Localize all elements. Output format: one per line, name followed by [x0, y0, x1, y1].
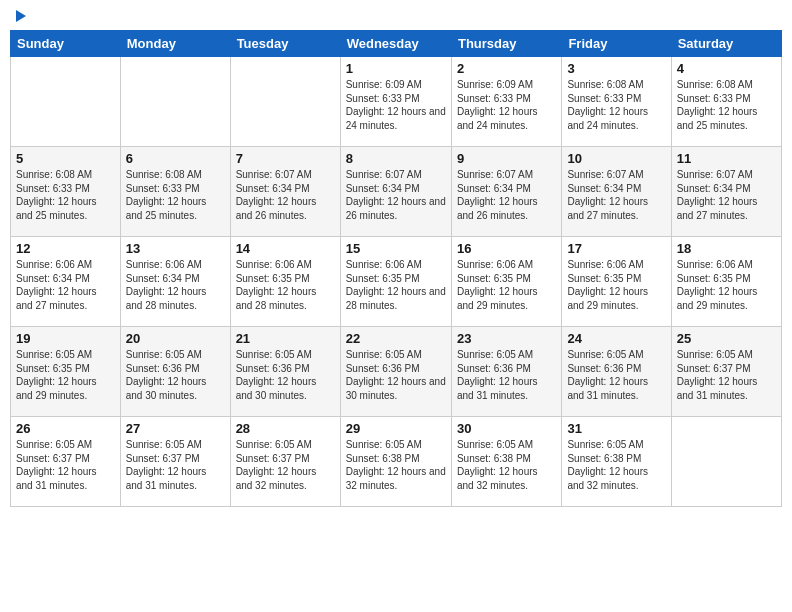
day-number: 25: [677, 331, 776, 346]
calendar-cell: [11, 57, 121, 147]
day-number: 26: [16, 421, 115, 436]
calendar-cell: 18Sunrise: 6:06 AM Sunset: 6:35 PM Dayli…: [671, 237, 781, 327]
day-info: Sunrise: 6:06 AM Sunset: 6:35 PM Dayligh…: [567, 258, 665, 312]
day-number: 14: [236, 241, 335, 256]
calendar-cell: 2Sunrise: 6:09 AM Sunset: 6:33 PM Daylig…: [451, 57, 561, 147]
calendar-cell: 9Sunrise: 6:07 AM Sunset: 6:34 PM Daylig…: [451, 147, 561, 237]
calendar-table: SundayMondayTuesdayWednesdayThursdayFrid…: [10, 30, 782, 507]
day-info: Sunrise: 6:06 AM Sunset: 6:34 PM Dayligh…: [16, 258, 115, 312]
day-number: 1: [346, 61, 446, 76]
weekday-header-monday: Monday: [120, 31, 230, 57]
calendar-cell: 17Sunrise: 6:06 AM Sunset: 6:35 PM Dayli…: [562, 237, 671, 327]
day-info: Sunrise: 6:05 AM Sunset: 6:36 PM Dayligh…: [567, 348, 665, 402]
day-number: 24: [567, 331, 665, 346]
day-number: 18: [677, 241, 776, 256]
calendar-cell: 7Sunrise: 6:07 AM Sunset: 6:34 PM Daylig…: [230, 147, 340, 237]
day-number: 30: [457, 421, 556, 436]
calendar-cell: 5Sunrise: 6:08 AM Sunset: 6:33 PM Daylig…: [11, 147, 121, 237]
day-number: 19: [16, 331, 115, 346]
weekday-header-wednesday: Wednesday: [340, 31, 451, 57]
day-number: 29: [346, 421, 446, 436]
day-info: Sunrise: 6:05 AM Sunset: 6:35 PM Dayligh…: [16, 348, 115, 402]
day-number: 9: [457, 151, 556, 166]
day-number: 11: [677, 151, 776, 166]
day-number: 8: [346, 151, 446, 166]
day-number: 17: [567, 241, 665, 256]
calendar-cell: 8Sunrise: 6:07 AM Sunset: 6:34 PM Daylig…: [340, 147, 451, 237]
calendar-cell: 6Sunrise: 6:08 AM Sunset: 6:33 PM Daylig…: [120, 147, 230, 237]
day-info: Sunrise: 6:06 AM Sunset: 6:34 PM Dayligh…: [126, 258, 225, 312]
day-number: 10: [567, 151, 665, 166]
calendar-cell: 25Sunrise: 6:05 AM Sunset: 6:37 PM Dayli…: [671, 327, 781, 417]
calendar-cell: 21Sunrise: 6:05 AM Sunset: 6:36 PM Dayli…: [230, 327, 340, 417]
day-info: Sunrise: 6:07 AM Sunset: 6:34 PM Dayligh…: [236, 168, 335, 222]
day-info: Sunrise: 6:05 AM Sunset: 6:36 PM Dayligh…: [346, 348, 446, 402]
calendar-cell: 20Sunrise: 6:05 AM Sunset: 6:36 PM Dayli…: [120, 327, 230, 417]
day-info: Sunrise: 6:05 AM Sunset: 6:38 PM Dayligh…: [567, 438, 665, 492]
calendar-cell: 31Sunrise: 6:05 AM Sunset: 6:38 PM Dayli…: [562, 417, 671, 507]
day-info: Sunrise: 6:07 AM Sunset: 6:34 PM Dayligh…: [346, 168, 446, 222]
calendar-cell: 23Sunrise: 6:05 AM Sunset: 6:36 PM Dayli…: [451, 327, 561, 417]
day-info: Sunrise: 6:05 AM Sunset: 6:37 PM Dayligh…: [677, 348, 776, 402]
weekday-header-tuesday: Tuesday: [230, 31, 340, 57]
day-number: 27: [126, 421, 225, 436]
calendar-week-row: 26Sunrise: 6:05 AM Sunset: 6:37 PM Dayli…: [11, 417, 782, 507]
page-header: [10, 10, 782, 22]
day-number: 23: [457, 331, 556, 346]
weekday-header-sunday: Sunday: [11, 31, 121, 57]
day-number: 22: [346, 331, 446, 346]
day-number: 5: [16, 151, 115, 166]
day-info: Sunrise: 6:06 AM Sunset: 6:35 PM Dayligh…: [677, 258, 776, 312]
calendar-week-row: 5Sunrise: 6:08 AM Sunset: 6:33 PM Daylig…: [11, 147, 782, 237]
calendar-cell: 22Sunrise: 6:05 AM Sunset: 6:36 PM Dayli…: [340, 327, 451, 417]
calendar-week-row: 12Sunrise: 6:06 AM Sunset: 6:34 PM Dayli…: [11, 237, 782, 327]
day-number: 6: [126, 151, 225, 166]
weekday-header-thursday: Thursday: [451, 31, 561, 57]
day-info: Sunrise: 6:05 AM Sunset: 6:36 PM Dayligh…: [236, 348, 335, 402]
calendar-cell: 16Sunrise: 6:06 AM Sunset: 6:35 PM Dayli…: [451, 237, 561, 327]
day-number: 7: [236, 151, 335, 166]
day-number: 13: [126, 241, 225, 256]
weekday-header-saturday: Saturday: [671, 31, 781, 57]
day-number: 20: [126, 331, 225, 346]
day-number: 28: [236, 421, 335, 436]
logo-arrow-icon: [16, 10, 26, 22]
day-info: Sunrise: 6:05 AM Sunset: 6:36 PM Dayligh…: [457, 348, 556, 402]
calendar-week-row: 1Sunrise: 6:09 AM Sunset: 6:33 PM Daylig…: [11, 57, 782, 147]
calendar-cell: 24Sunrise: 6:05 AM Sunset: 6:36 PM Dayli…: [562, 327, 671, 417]
calendar-cell: [230, 57, 340, 147]
calendar-cell: 30Sunrise: 6:05 AM Sunset: 6:38 PM Dayli…: [451, 417, 561, 507]
calendar-cell: 4Sunrise: 6:08 AM Sunset: 6:33 PM Daylig…: [671, 57, 781, 147]
weekday-header-row: SundayMondayTuesdayWednesdayThursdayFrid…: [11, 31, 782, 57]
calendar-cell: 10Sunrise: 6:07 AM Sunset: 6:34 PM Dayli…: [562, 147, 671, 237]
day-number: 21: [236, 331, 335, 346]
day-info: Sunrise: 6:08 AM Sunset: 6:33 PM Dayligh…: [126, 168, 225, 222]
day-number: 3: [567, 61, 665, 76]
day-info: Sunrise: 6:05 AM Sunset: 6:37 PM Dayligh…: [236, 438, 335, 492]
day-info: Sunrise: 6:06 AM Sunset: 6:35 PM Dayligh…: [346, 258, 446, 312]
day-number: 4: [677, 61, 776, 76]
logo: [14, 10, 26, 22]
day-info: Sunrise: 6:07 AM Sunset: 6:34 PM Dayligh…: [457, 168, 556, 222]
day-info: Sunrise: 6:09 AM Sunset: 6:33 PM Dayligh…: [457, 78, 556, 132]
day-info: Sunrise: 6:06 AM Sunset: 6:35 PM Dayligh…: [236, 258, 335, 312]
day-info: Sunrise: 6:08 AM Sunset: 6:33 PM Dayligh…: [677, 78, 776, 132]
day-info: Sunrise: 6:05 AM Sunset: 6:36 PM Dayligh…: [126, 348, 225, 402]
day-number: 12: [16, 241, 115, 256]
calendar-cell: 3Sunrise: 6:08 AM Sunset: 6:33 PM Daylig…: [562, 57, 671, 147]
day-info: Sunrise: 6:05 AM Sunset: 6:38 PM Dayligh…: [457, 438, 556, 492]
calendar-week-row: 19Sunrise: 6:05 AM Sunset: 6:35 PM Dayli…: [11, 327, 782, 417]
calendar-cell: 27Sunrise: 6:05 AM Sunset: 6:37 PM Dayli…: [120, 417, 230, 507]
day-info: Sunrise: 6:05 AM Sunset: 6:37 PM Dayligh…: [16, 438, 115, 492]
day-number: 2: [457, 61, 556, 76]
calendar-cell: 15Sunrise: 6:06 AM Sunset: 6:35 PM Dayli…: [340, 237, 451, 327]
day-info: Sunrise: 6:07 AM Sunset: 6:34 PM Dayligh…: [677, 168, 776, 222]
calendar-cell: 28Sunrise: 6:05 AM Sunset: 6:37 PM Dayli…: [230, 417, 340, 507]
calendar-cell: 19Sunrise: 6:05 AM Sunset: 6:35 PM Dayli…: [11, 327, 121, 417]
day-info: Sunrise: 6:05 AM Sunset: 6:37 PM Dayligh…: [126, 438, 225, 492]
day-info: Sunrise: 6:08 AM Sunset: 6:33 PM Dayligh…: [16, 168, 115, 222]
day-number: 16: [457, 241, 556, 256]
calendar-cell: 1Sunrise: 6:09 AM Sunset: 6:33 PM Daylig…: [340, 57, 451, 147]
day-info: Sunrise: 6:06 AM Sunset: 6:35 PM Dayligh…: [457, 258, 556, 312]
calendar-cell: 12Sunrise: 6:06 AM Sunset: 6:34 PM Dayli…: [11, 237, 121, 327]
